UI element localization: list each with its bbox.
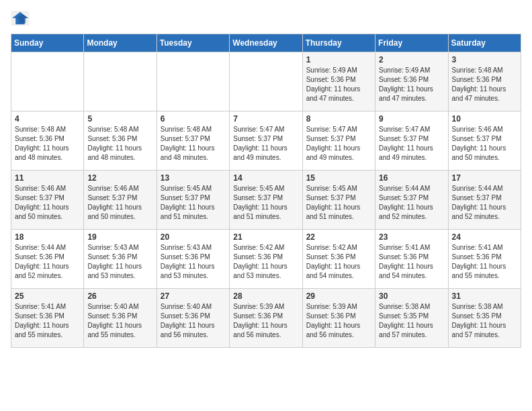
calendar-week-row: 1Sunrise: 5:49 AM Sunset: 5:36 PM Daylig… [11,52,521,111]
day-number: 26 [87,291,152,301]
calendar-cell: 7Sunrise: 5:47 AM Sunset: 5:37 PM Daylig… [230,111,302,171]
day-number: 4 [15,114,80,124]
calendar-cell: 3Sunrise: 5:48 AM Sunset: 5:36 PM Daylig… [448,52,521,111]
day-number: 10 [452,114,517,124]
day-info: Sunrise: 5:49 AM Sunset: 5:36 PM Dayligh… [306,66,371,103]
day-number: 29 [306,291,371,301]
day-number: 22 [306,232,371,242]
day-number: 17 [452,173,517,183]
calendar-cell: 24Sunrise: 5:41 AM Sunset: 5:36 PM Dayli… [448,230,521,289]
day-info: Sunrise: 5:49 AM Sunset: 5:36 PM Dayligh… [379,66,444,103]
day-number: 12 [87,173,152,183]
calendar-cell: 16Sunrise: 5:44 AM Sunset: 5:37 PM Dayli… [375,171,448,230]
day-number: 25 [15,291,80,301]
day-info: Sunrise: 5:43 AM Sunset: 5:36 PM Dayligh… [87,243,152,281]
day-of-week-header: Sunday [11,34,84,52]
calendar-week-row: 18Sunrise: 5:44 AM Sunset: 5:36 PM Dayli… [11,230,521,289]
day-number: 21 [233,232,298,242]
day-of-week-header: Thursday [302,34,375,52]
day-info: Sunrise: 5:41 AM Sunset: 5:36 PM Dayligh… [15,302,80,340]
day-info: Sunrise: 5:46 AM Sunset: 5:37 PM Dayligh… [15,184,80,222]
day-of-week-header: Saturday [448,34,521,52]
day-of-week-header: Friday [375,34,448,52]
day-of-week-header: Monday [84,34,157,52]
day-info: Sunrise: 5:45 AM Sunset: 5:37 PM Dayligh… [161,184,226,222]
day-number: 20 [161,232,226,242]
calendar-cell: 4Sunrise: 5:48 AM Sunset: 5:36 PM Daylig… [11,111,84,171]
calendar-cell: 19Sunrise: 5:43 AM Sunset: 5:36 PM Dayli… [84,230,157,289]
calendar-cell: 30Sunrise: 5:38 AM Sunset: 5:35 PM Dayli… [375,289,448,348]
calendar-cell: 11Sunrise: 5:46 AM Sunset: 5:37 PM Dayli… [11,171,84,230]
calendar-cell: 14Sunrise: 5:45 AM Sunset: 5:37 PM Dayli… [230,171,302,230]
day-info: Sunrise: 5:38 AM Sunset: 5:35 PM Dayligh… [379,302,444,340]
day-number: 30 [379,291,444,301]
day-info: Sunrise: 5:47 AM Sunset: 5:37 PM Dayligh… [306,125,371,163]
calendar-cell: 12Sunrise: 5:46 AM Sunset: 5:37 PM Dayli… [84,171,157,230]
logo-icon [11,11,30,26]
day-number: 13 [161,173,226,183]
calendar-cell: 20Sunrise: 5:43 AM Sunset: 5:36 PM Dayli… [157,230,229,289]
day-number: 11 [15,173,80,183]
day-info: Sunrise: 5:46 AM Sunset: 5:37 PM Dayligh… [452,125,517,163]
calendar-cell: 28Sunrise: 5:39 AM Sunset: 5:36 PM Dayli… [230,289,302,348]
day-number: 14 [233,173,298,183]
day-info: Sunrise: 5:43 AM Sunset: 5:36 PM Dayligh… [161,243,226,281]
day-number: 28 [233,291,298,301]
day-number: 2 [379,55,444,64]
calendar-cell: 26Sunrise: 5:40 AM Sunset: 5:36 PM Dayli… [84,289,157,348]
calendar-week-row: 11Sunrise: 5:46 AM Sunset: 5:37 PM Dayli… [11,171,521,230]
calendar-cell: 10Sunrise: 5:46 AM Sunset: 5:37 PM Dayli… [448,111,521,171]
day-info: Sunrise: 5:41 AM Sunset: 5:36 PM Dayligh… [379,243,444,281]
day-info: Sunrise: 5:42 AM Sunset: 5:36 PM Dayligh… [306,243,371,281]
page-header [11,11,521,26]
day-info: Sunrise: 5:47 AM Sunset: 5:37 PM Dayligh… [233,125,298,163]
day-number: 24 [452,232,517,242]
day-info: Sunrise: 5:40 AM Sunset: 5:36 PM Dayligh… [161,302,226,340]
day-number: 6 [161,114,226,124]
day-info: Sunrise: 5:44 AM Sunset: 5:37 PM Dayligh… [452,184,517,222]
calendar-week-row: 25Sunrise: 5:41 AM Sunset: 5:36 PM Dayli… [11,289,521,348]
logo [11,11,32,26]
calendar-cell: 8Sunrise: 5:47 AM Sunset: 5:37 PM Daylig… [302,111,375,171]
day-of-week-header: Tuesday [157,34,229,52]
day-number: 15 [306,173,371,183]
day-info: Sunrise: 5:45 AM Sunset: 5:37 PM Dayligh… [233,184,298,222]
day-number: 7 [233,114,298,124]
day-info: Sunrise: 5:45 AM Sunset: 5:37 PM Dayligh… [306,184,371,222]
calendar-cell: 29Sunrise: 5:39 AM Sunset: 5:36 PM Dayli… [302,289,375,348]
day-info: Sunrise: 5:40 AM Sunset: 5:36 PM Dayligh… [87,302,152,340]
day-info: Sunrise: 5:39 AM Sunset: 5:36 PM Dayligh… [233,302,298,340]
calendar-cell: 13Sunrise: 5:45 AM Sunset: 5:37 PM Dayli… [157,171,229,230]
calendar-header-row: SundayMondayTuesdayWednesdayThursdayFrid… [11,34,521,52]
calendar-cell: 31Sunrise: 5:38 AM Sunset: 5:35 PM Dayli… [448,289,521,348]
calendar-table: SundayMondayTuesdayWednesdayThursdayFrid… [11,34,521,348]
calendar-cell: 1Sunrise: 5:49 AM Sunset: 5:36 PM Daylig… [302,52,375,111]
day-number: 16 [379,173,444,183]
day-info: Sunrise: 5:42 AM Sunset: 5:36 PM Dayligh… [233,243,298,281]
calendar-cell: 25Sunrise: 5:41 AM Sunset: 5:36 PM Dayli… [11,289,84,348]
day-info: Sunrise: 5:44 AM Sunset: 5:36 PM Dayligh… [15,243,80,281]
day-info: Sunrise: 5:48 AM Sunset: 5:37 PM Dayligh… [161,125,226,163]
day-number: 3 [452,55,517,64]
day-number: 8 [306,114,371,124]
day-info: Sunrise: 5:39 AM Sunset: 5:36 PM Dayligh… [306,302,371,340]
calendar-cell: 22Sunrise: 5:42 AM Sunset: 5:36 PM Dayli… [302,230,375,289]
calendar-week-row: 4Sunrise: 5:48 AM Sunset: 5:36 PM Daylig… [11,111,521,171]
day-number: 31 [452,291,517,301]
day-info: Sunrise: 5:48 AM Sunset: 5:36 PM Dayligh… [452,66,517,103]
day-of-week-header: Wednesday [230,34,302,52]
calendar-cell: 6Sunrise: 5:48 AM Sunset: 5:37 PM Daylig… [157,111,229,171]
day-number: 23 [379,232,444,242]
day-number: 1 [306,55,371,64]
day-info: Sunrise: 5:41 AM Sunset: 5:36 PM Dayligh… [452,243,517,281]
day-number: 5 [87,114,152,124]
day-info: Sunrise: 5:46 AM Sunset: 5:37 PM Dayligh… [87,184,152,222]
calendar-cell: 9Sunrise: 5:47 AM Sunset: 5:37 PM Daylig… [375,111,448,171]
day-number: 27 [161,291,226,301]
calendar-cell: 23Sunrise: 5:41 AM Sunset: 5:36 PM Dayli… [375,230,448,289]
day-info: Sunrise: 5:38 AM Sunset: 5:35 PM Dayligh… [452,302,517,340]
calendar-cell [84,52,157,111]
calendar-cell: 21Sunrise: 5:42 AM Sunset: 5:36 PM Dayli… [230,230,302,289]
calendar-cell [11,52,84,111]
calendar-cell: 5Sunrise: 5:48 AM Sunset: 5:36 PM Daylig… [84,111,157,171]
